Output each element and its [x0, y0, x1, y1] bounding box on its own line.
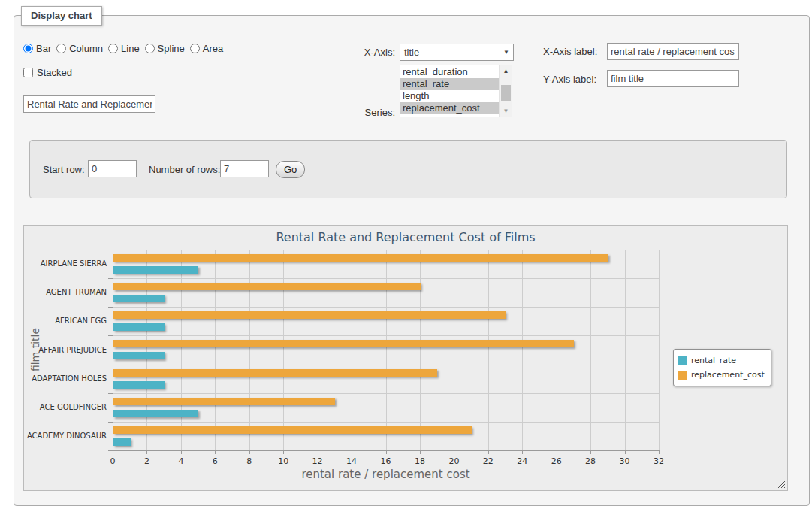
bar-rental_rate[interactable] [113, 295, 165, 302]
x-axis-tick-label: 8 [238, 456, 261, 466]
legend-item-rental_rate[interactable]: rental_rate [678, 353, 765, 368]
gridline-vertical [522, 250, 523, 450]
bar-rental_rate[interactable] [113, 438, 131, 446]
x-axis-tick-label: 24 [511, 456, 533, 466]
start-row-label: Start row: [43, 164, 85, 175]
x-axis-tick-label: 4 [170, 456, 192, 466]
y-axis-tick [108, 393, 113, 394]
bar-rental_rate[interactable] [113, 352, 165, 359]
scroll-down-icon[interactable]: ▼ [500, 105, 512, 117]
chart-type-label: Column [69, 43, 103, 54]
stacked-row: Stacked [23, 67, 72, 78]
resize-handle[interactable] [777, 480, 786, 489]
chart-type-label: Area [203, 43, 223, 54]
chart-type-bar: Bar [23, 43, 51, 54]
bar-rental_rate[interactable] [113, 410, 198, 417]
bar-replacement_cost[interactable] [113, 426, 472, 434]
x-axis-tick-label: 12 [306, 456, 329, 466]
bar-replacement_cost[interactable] [113, 340, 574, 347]
display-chart-fieldset: BarColumnLineSplineArea Stacked X-Axis: … [14, 15, 810, 506]
x-axis-tick-label: 6 [204, 456, 226, 466]
resize-grip-icon [777, 480, 786, 489]
y-axis-tick [108, 422, 113, 423]
stacked-checkbox[interactable] [23, 68, 33, 77]
row-range-fieldset: Start row: Number of rows: Go [29, 140, 787, 198]
series-listbox[interactable]: rental_durationrental_ratelengthreplacem… [400, 65, 512, 117]
x-axis-select[interactable]: title ▼ [400, 44, 514, 61]
stacked-label: Stacked [37, 67, 72, 78]
gridline-vertical [386, 250, 387, 450]
chart-legend: rental_ratereplacement_cost [673, 349, 771, 386]
x-axis-tick-label: 28 [579, 456, 602, 466]
gridline-vertical [249, 250, 250, 450]
number-of-rows-input[interactable] [220, 160, 269, 177]
x-axis-tick-label: 22 [477, 456, 500, 466]
x-axis-tick [557, 451, 557, 454]
category-label: ACADEMY DINOSAUR [24, 432, 107, 440]
chart-type-radio-spline[interactable] [145, 44, 155, 53]
x-axis-tick [454, 451, 454, 454]
x-axis-tick [283, 451, 284, 454]
gridline-horizontal [113, 278, 659, 279]
gridline-vertical [318, 250, 318, 450]
y-axis-tick [108, 365, 113, 365]
chart-type-radio-bar[interactable] [23, 44, 33, 53]
chart-title-input[interactable] [23, 95, 155, 113]
y-axis-label-label: Y-Axis label: [543, 74, 596, 85]
gridline-vertical [659, 250, 660, 450]
x-axis-label-input[interactable] [607, 43, 739, 60]
gridline-horizontal [113, 393, 659, 394]
x-axis-tick-label: 14 [340, 456, 363, 466]
x-axis-title: rental rate / replacement cost [113, 468, 659, 481]
x-axis-tick-label: 2 [135, 456, 158, 466]
series-options: rental_durationrental_ratelengthreplacem… [400, 66, 499, 114]
chart-title: Rental Rate and Replacement Cost of Film… [24, 230, 787, 244]
x-axis-tick [522, 451, 523, 454]
bar-replacement_cost[interactable] [113, 369, 437, 377]
y-axis-tick [108, 278, 113, 279]
gridline-vertical [590, 250, 591, 450]
number-of-rows-label: Number of rows: [149, 164, 220, 175]
y-axis-tick [108, 335, 113, 336]
scroll-up-icon[interactable]: ▲ [500, 65, 512, 77]
x-axis-tick [420, 451, 421, 454]
y-axis-label-input[interactable] [607, 70, 739, 87]
series-option-rental_rate[interactable]: rental_rate [400, 78, 499, 90]
gridline-vertical [113, 250, 113, 450]
chart-type-spline: Spline [145, 43, 185, 54]
bar-replacement_cost[interactable] [113, 254, 608, 262]
bar-replacement_cost[interactable] [113, 398, 335, 405]
chart-type-radio-area[interactable] [190, 44, 200, 53]
x-axis-tick [625, 451, 626, 454]
x-axis-tick-label: 30 [614, 456, 636, 466]
gridline-horizontal [113, 365, 659, 365]
x-axis-tick-label: 32 [647, 456, 670, 466]
x-axis-tick-label: 10 [272, 456, 294, 466]
bar-rental_rate[interactable] [113, 266, 198, 274]
chart-type-radio-line[interactable] [108, 44, 118, 53]
x-axis-tick [352, 451, 352, 454]
listbox-scrollbar[interactable]: ▲ ▼ [499, 65, 512, 117]
series-option-replacement_cost[interactable]: replacement_cost [400, 102, 499, 114]
fieldset-legend: Display chart [21, 6, 102, 26]
chart-type-radio-column[interactable] [56, 44, 66, 53]
page: Display chart BarColumnLineSplineArea St… [0, 0, 812, 512]
legend-item-replacement_cost[interactable]: replacement_cost [678, 368, 765, 382]
gridline-vertical [283, 250, 284, 450]
bar-rental_rate[interactable] [113, 381, 165, 389]
x-axis-tick [113, 451, 113, 454]
plot-area: AIRPLANE SIERRAAGENT TRUMANAFRICAN EGGAF… [113, 250, 659, 450]
bar-replacement_cost[interactable] [113, 283, 421, 290]
gridline-horizontal [113, 422, 659, 423]
gridline-vertical [420, 250, 421, 450]
start-row-input[interactable] [88, 160, 137, 177]
series-option-length[interactable]: length [400, 90, 499, 102]
bar-rental_rate[interactable] [113, 323, 165, 331]
legend-swatch-icon [678, 371, 687, 380]
series-option-rental_duration[interactable]: rental_duration [400, 66, 499, 78]
scrollbar-thumb[interactable] [501, 85, 511, 101]
go-button[interactable]: Go [276, 161, 305, 178]
bar-replacement_cost[interactable] [113, 311, 506, 319]
dropdown-arrow-icon: ▼ [503, 49, 509, 56]
x-axis-tick-label: 0 [101, 456, 124, 466]
